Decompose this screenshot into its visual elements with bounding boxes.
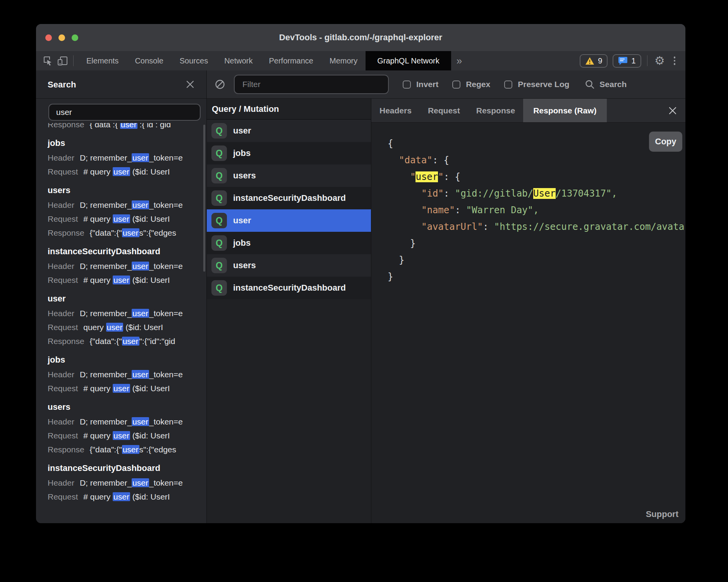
- search-panel-close-button[interactable]: [184, 78, 196, 91]
- query-mutation-header: Query / Mutation: [207, 99, 371, 120]
- filter-search-button[interactable]: Search: [585, 79, 627, 89]
- search-result-line[interactable]: Response{"data":{"user":{"id":"gid: [48, 334, 206, 348]
- match-highlight: user: [132, 153, 149, 162]
- search-result-line[interactable]: Request# query user ($id: UserI: [48, 382, 206, 395]
- match-highlight: user: [416, 171, 438, 182]
- checkbox-icon[interactable]: [452, 80, 460, 89]
- search-result-line[interactable]: HeaderD; remember_user_token=e: [48, 198, 206, 212]
- messages-badge[interactable]: 1: [613, 54, 641, 68]
- zoom-window-button[interactable]: [72, 34, 78, 41]
- tab-performance[interactable]: Performance: [261, 51, 322, 70]
- search-result-group-title[interactable]: users: [48, 183, 206, 198]
- search-result-line[interactable]: Request# query user ($id: UserI: [48, 490, 206, 504]
- window-controls: [45, 24, 78, 51]
- search-result-line[interactable]: Request# query user ($id: UserI: [48, 212, 206, 226]
- result-line-label: Request: [48, 323, 78, 332]
- search-result-group-title[interactable]: user: [48, 291, 206, 306]
- result-text: ($id: UserI: [130, 214, 170, 223]
- search-result-line[interactable]: Response{"data":{"users":{"edges: [48, 226, 206, 240]
- settings-button[interactable]: ⚙: [653, 54, 666, 67]
- search-result-line[interactable]: Requestquery user ($id: UserI: [48, 320, 206, 334]
- tab-sources[interactable]: Sources: [172, 51, 216, 70]
- search-result-group: usersHeaderD; remember_user_token=eReque…: [48, 399, 206, 457]
- json-line: "id": "gid://gitlab/User/13704317",: [371, 185, 685, 202]
- result-text: D; remember_: [80, 309, 132, 318]
- json-line: "user": {: [371, 169, 685, 185]
- search-result-group-title[interactable]: instanceSecurityDashboard: [48, 244, 206, 259]
- device-toolbar-button[interactable]: [56, 54, 69, 67]
- query-list-item[interactable]: Qusers: [207, 164, 371, 187]
- query-list-item[interactable]: Quser: [207, 120, 371, 142]
- filter-toggle-invert[interactable]: Invert: [403, 80, 438, 89]
- more-options-button[interactable]: [671, 56, 678, 65]
- tab-elements[interactable]: Elements: [78, 51, 127, 70]
- query-list-item-label: instanceSecurityDashboard: [233, 283, 346, 293]
- query-list-item[interactable]: Quser: [207, 209, 371, 232]
- query-list-item[interactable]: Qusers: [207, 254, 371, 277]
- search-result-line[interactable]: Request# query user ($id: UserI: [48, 273, 206, 287]
- search-result-group-title[interactable]: instanceSecurityDashboard: [48, 460, 206, 476]
- match-highlight: user: [113, 276, 130, 284]
- more-tabs-button[interactable]: »: [457, 55, 462, 67]
- search-result-group-title[interactable]: jobs: [48, 352, 206, 368]
- tab-request[interactable]: Request: [420, 99, 468, 122]
- query-list-item[interactable]: Qjobs: [207, 232, 371, 254]
- tab-memory[interactable]: Memory: [321, 51, 366, 70]
- support-link[interactable]: Support: [646, 509, 678, 519]
- query-list-item-label: jobs: [233, 238, 251, 248]
- query-list-item-label: jobs: [233, 148, 251, 158]
- search-result-line[interactable]: HeaderD; remember_user_token=e: [48, 306, 206, 320]
- tab-network[interactable]: Network: [216, 51, 261, 70]
- search-result-line[interactable]: Request# query user ($id: UserI: [48, 165, 206, 179]
- json-line: }: [371, 269, 685, 285]
- search-input[interactable]: [48, 104, 201, 121]
- clear-log-button[interactable]: [215, 79, 225, 90]
- search-result-line[interactable]: Response{ data :{ user :{ id : gid: [48, 123, 206, 132]
- result-text: _token=e: [149, 262, 183, 270]
- filter-toggle-regex[interactable]: Regex: [452, 80, 490, 89]
- tab-console[interactable]: Console: [127, 51, 171, 70]
- tab-headers[interactable]: Headers: [371, 99, 420, 122]
- search-result-line[interactable]: HeaderD; remember_user_token=e: [48, 368, 206, 382]
- inspect-element-button[interactable]: [41, 54, 55, 67]
- match-highlight: user: [106, 323, 124, 332]
- search-results-scrollbar[interactable]: [203, 125, 205, 272]
- search-result-group-title[interactable]: users: [48, 399, 206, 415]
- query-list-item[interactable]: QinstanceSecurityDashboard: [207, 187, 371, 209]
- search-result-group: usersHeaderD; remember_user_token=eReque…: [48, 183, 206, 240]
- detail-panel-close-button[interactable]: [666, 104, 679, 117]
- query-type-badge: Q: [211, 146, 227, 161]
- minimize-window-button[interactable]: [58, 34, 65, 41]
- match-highlight: User: [533, 188, 556, 199]
- json-token: :: [444, 171, 455, 182]
- copy-button[interactable]: Copy: [649, 132, 682, 152]
- search-result-line[interactable]: HeaderD; remember_user_token=e: [48, 476, 206, 490]
- tab-graphql-network[interactable]: GraphQL Network: [366, 51, 451, 70]
- result-text: # query: [83, 167, 113, 176]
- warnings-badge[interactable]: 9: [580, 54, 608, 68]
- result-line-label: Header: [48, 417, 74, 426]
- tab-response[interactable]: Response: [468, 99, 523, 122]
- search-result-line[interactable]: Response{"data":{"users":{"edges: [48, 443, 206, 457]
- search-result-line[interactable]: Request# query user ($id: UserI: [48, 429, 206, 443]
- result-text: # query: [83, 384, 113, 393]
- result-text: {"data":{": [90, 228, 122, 237]
- filter-input[interactable]: [234, 75, 389, 94]
- search-result-group: userHeaderD; remember_user_token=eReques…: [48, 291, 206, 348]
- result-text: _token=e: [149, 153, 183, 162]
- result-line-label: Response: [48, 337, 84, 346]
- filter-toggle-preserve-log[interactable]: Preserve Log: [504, 80, 569, 89]
- search-result-line[interactable]: HeaderD; remember_user_token=e: [48, 259, 206, 273]
- result-text: D; remember_: [80, 200, 132, 209]
- checkbox-icon[interactable]: [403, 80, 411, 89]
- query-list-item[interactable]: QinstanceSecurityDashboard: [207, 277, 371, 299]
- search-result-group-title[interactable]: jobs: [48, 135, 206, 151]
- search-result-line[interactable]: HeaderD; remember_user_token=e: [48, 415, 206, 429]
- checkbox-icon[interactable]: [504, 80, 512, 89]
- query-type-badge: Q: [211, 258, 227, 273]
- tab-response-raw[interactable]: Response (Raw): [523, 99, 606, 122]
- close-window-button[interactable]: [45, 34, 52, 41]
- search-result-line[interactable]: HeaderD; remember_user_token=e: [48, 151, 206, 165]
- result-line-label: Response: [48, 123, 84, 129]
- query-list-item[interactable]: Qjobs: [207, 142, 371, 164]
